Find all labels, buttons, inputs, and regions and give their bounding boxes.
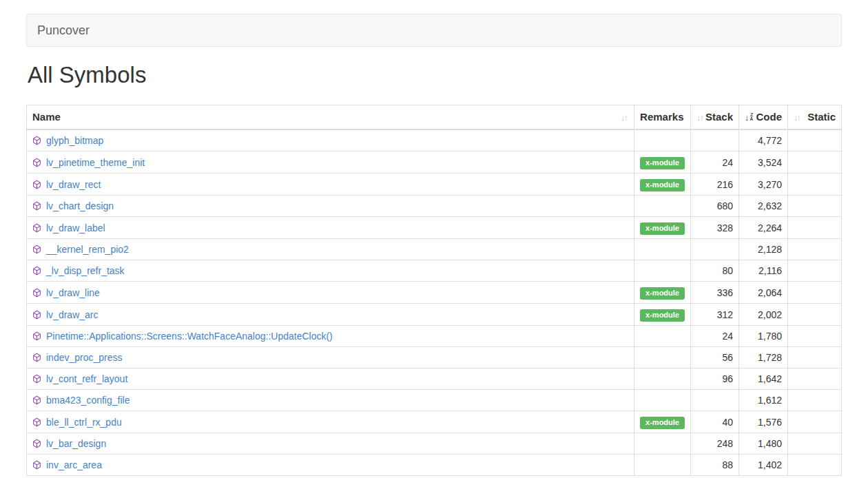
symbol-name-cell: inv_arc_area bbox=[27, 455, 634, 476]
cube-icon bbox=[32, 288, 41, 298]
symbol-link[interactable]: lv_cont_refr_layout bbox=[46, 372, 127, 386]
remarks-cell bbox=[634, 196, 691, 217]
code-cell: 2,116 bbox=[739, 260, 788, 282]
column-header-static[interactable]: ↓↑Static bbox=[788, 105, 842, 130]
static-cell bbox=[788, 260, 842, 282]
symbols-table: Name↓↑Remarks↓↑Stack↓ZACode↓↑Static glyp… bbox=[26, 105, 842, 476]
symbol-name-cell: lv_draw_label bbox=[27, 217, 634, 239]
symbols-table-header: Name↓↑Remarks↓↑Stack↓ZACode↓↑Static bbox=[27, 105, 842, 130]
symbol-link[interactable]: lv_draw_rect bbox=[46, 178, 101, 191]
symbol-name-cell: lv_chart_design bbox=[27, 196, 634, 217]
sort-both-icon[interactable]: ↓↑ bbox=[696, 113, 704, 122]
cube-icon bbox=[32, 136, 41, 145]
table-row: lv_draw_arcx-module3122,002 bbox=[27, 304, 842, 326]
table-row: Pinetime::Applications::Screens::WatchFa… bbox=[27, 326, 842, 347]
code-cell: 1,612 bbox=[739, 390, 788, 411]
symbol-name-cell: lv_draw_arc bbox=[27, 304, 634, 326]
column-header-stack[interactable]: ↓↑Stack bbox=[691, 105, 739, 130]
column-header-remarks: Remarks bbox=[634, 105, 691, 130]
code-cell: 3,270 bbox=[739, 174, 788, 196]
cube-icon bbox=[32, 374, 41, 384]
symbol-link[interactable]: ble_ll_ctrl_rx_pdu bbox=[46, 415, 122, 429]
column-header-name[interactable]: Name↓↑ bbox=[27, 105, 634, 130]
stack-cell: 216 bbox=[691, 174, 739, 196]
stack-cell: 24 bbox=[691, 152, 739, 174]
code-cell: 1,402 bbox=[739, 455, 788, 476]
symbol-link[interactable]: __kernel_rem_pio2 bbox=[46, 242, 129, 256]
table-row: glyph_bitmap4,772 bbox=[27, 129, 842, 152]
symbols-table-body: glyph_bitmap4,772lv_pinetime_theme_initx… bbox=[27, 129, 842, 476]
symbol-link[interactable]: bma423_config_file bbox=[46, 393, 130, 407]
column-label: Name bbox=[32, 110, 61, 124]
cube-icon bbox=[32, 353, 41, 362]
x-module-badge: x-module bbox=[640, 309, 685, 322]
cube-icon bbox=[32, 460, 41, 470]
remarks-cell: x-module bbox=[634, 411, 691, 433]
remarks-cell bbox=[634, 326, 691, 347]
remarks-cell: x-module bbox=[634, 304, 691, 326]
static-cell bbox=[788, 347, 842, 368]
cube-icon bbox=[32, 245, 41, 254]
column-label: Static bbox=[807, 110, 836, 124]
symbol-name-cell: bma423_config_file bbox=[27, 390, 634, 411]
sort-both-icon[interactable]: ↓↑ bbox=[794, 113, 801, 122]
table-row: inv_arc_area881,402 bbox=[27, 455, 842, 476]
sort-both-icon[interactable]: ↓↑ bbox=[621, 113, 628, 122]
symbol-name-cell: lv_draw_line bbox=[27, 282, 634, 304]
code-cell: 2,128 bbox=[739, 239, 788, 260]
symbol-link[interactable]: Pinetime::Applications::Screens::WatchFa… bbox=[46, 329, 333, 343]
sort-desc-icon[interactable]: ↓ZA bbox=[745, 113, 754, 122]
table-row: lv_bar_design2481,480 bbox=[27, 433, 842, 455]
stack-cell bbox=[691, 239, 739, 260]
symbol-link[interactable]: inv_arc_area bbox=[46, 458, 102, 472]
symbol-link[interactable]: lv_draw_arc bbox=[46, 308, 98, 322]
symbol-name-cell: _lv_disp_refr_task bbox=[27, 260, 634, 282]
symbol-link[interactable]: _lv_disp_refr_task bbox=[46, 264, 125, 278]
code-cell: 2,264 bbox=[739, 217, 788, 239]
x-module-badge: x-module bbox=[640, 179, 685, 191]
code-cell: 3,524 bbox=[739, 152, 788, 174]
table-row: _lv_disp_refr_task802,116 bbox=[27, 260, 842, 282]
symbol-link[interactable]: glyph_bitmap bbox=[46, 134, 103, 147]
remarks-cell bbox=[634, 347, 691, 368]
code-cell: 4,772 bbox=[739, 129, 788, 152]
static-cell bbox=[788, 282, 842, 304]
static-cell bbox=[788, 152, 842, 174]
stack-cell: 312 bbox=[691, 304, 739, 326]
symbol-name-cell: glyph_bitmap bbox=[27, 129, 634, 152]
static-cell bbox=[788, 304, 842, 326]
column-label: Remarks bbox=[640, 110, 683, 124]
navbar-brand[interactable]: Puncover bbox=[27, 14, 100, 47]
static-cell bbox=[788, 239, 842, 260]
symbol-name-cell: lv_pinetime_theme_init bbox=[27, 152, 634, 174]
static-cell bbox=[788, 433, 842, 455]
remarks-cell: x-module bbox=[634, 282, 691, 304]
column-header-code[interactable]: ↓ZACode bbox=[739, 105, 788, 130]
symbol-link[interactable]: lv_draw_line bbox=[46, 286, 100, 300]
remarks-cell bbox=[634, 260, 691, 282]
symbol-link[interactable]: lv_draw_label bbox=[46, 221, 105, 235]
stack-cell bbox=[691, 390, 739, 411]
symbol-link[interactable]: lv_chart_design bbox=[46, 199, 114, 213]
static-cell bbox=[788, 129, 842, 152]
code-cell: 2,632 bbox=[739, 196, 788, 217]
symbol-link[interactable]: lv_bar_design bbox=[46, 437, 106, 450]
symbol-name-cell: Pinetime::Applications::Screens::WatchFa… bbox=[27, 326, 634, 347]
symbol-link[interactable]: lv_pinetime_theme_init bbox=[46, 156, 145, 169]
symbol-name-cell: lv_bar_design bbox=[27, 433, 634, 455]
x-module-badge: x-module bbox=[640, 417, 685, 429]
code-cell: 2,002 bbox=[739, 304, 788, 326]
symbol-name-cell: ble_ll_ctrl_rx_pdu bbox=[27, 411, 634, 433]
static-cell bbox=[788, 455, 842, 476]
remarks-cell bbox=[634, 390, 691, 411]
table-header-row: Name↓↑Remarks↓↑Stack↓ZACode↓↑Static bbox=[27, 105, 842, 130]
symbol-link[interactable]: indev_proc_press bbox=[46, 351, 123, 364]
cube-icon bbox=[32, 331, 41, 341]
column-label: Stack bbox=[705, 110, 733, 124]
symbol-name-cell: __kernel_rem_pio2 bbox=[27, 239, 634, 260]
table-row: lv_draw_labelx-module3282,264 bbox=[27, 217, 842, 239]
code-cell: 1,728 bbox=[739, 347, 788, 368]
page-container: Puncover All Symbols Name↓↑Remarks↓↑Stac… bbox=[26, 14, 842, 476]
code-cell: 2,064 bbox=[739, 282, 788, 304]
static-cell bbox=[788, 217, 842, 239]
